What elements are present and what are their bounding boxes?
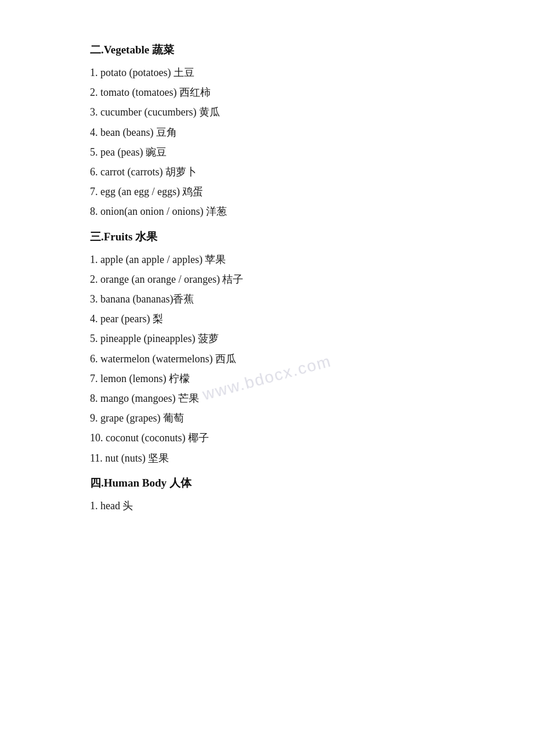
document-content: 二.Vegetable 蔬菜1. potato (potatoes) 土豆2. … (90, 39, 444, 516)
list-item: 1. potato (potatoes) 土豆 (90, 63, 444, 82)
list-item: 1. head 头 (90, 496, 444, 516)
list-item: 3. banana (bananas)香蕉 (90, 289, 444, 309)
list-item: 2. tomato (tomatoes) 西红柿 (90, 82, 444, 102)
list-item: 11. nut (nuts) 坚果 (90, 448, 444, 468)
list-item: 10. coconut (coconuts) 椰子 (90, 428, 444, 448)
list-item: 9. grape (grapes) 葡萄 (90, 408, 444, 428)
list-item: 4. pear (pears) 梨 (90, 309, 444, 329)
section-header-section-fruits: 三.Fruits 水果 (90, 226, 444, 247)
list-item: 5. pineapple (pineapples) 菠萝 (90, 329, 444, 348)
list-item: 4. bean (beans) 豆角 (90, 123, 444, 142)
list-item: 3. cucumber (cucumbers) 黄瓜 (90, 102, 444, 122)
list-item: 5. pea (peas) 豌豆 (90, 142, 444, 162)
list-item: 8. onion(an onion / onions) 洋葱 (90, 201, 444, 221)
list-item: 6. carrot (carrots) 胡萝卜 (90, 162, 444, 182)
list-item: 8. mango (mangoes) 芒果 (90, 388, 444, 408)
list-item: 1. apple (an apple / apples) 苹果 (90, 250, 444, 269)
section-header-section-vegetable: 二.Vegetable 蔬菜 (90, 39, 444, 60)
list-item: 7. lemon (lemons) 柠檬 (90, 369, 444, 388)
section-header-section-human-body: 四.Human Body 人体 (90, 473, 444, 494)
list-item: 2. orange (an orange / oranges) 桔子 (90, 269, 444, 289)
list-item: 7. egg (an egg / eggs) 鸡蛋 (90, 182, 444, 201)
list-item: 6. watermelon (watermelons) 西瓜 (90, 349, 444, 369)
